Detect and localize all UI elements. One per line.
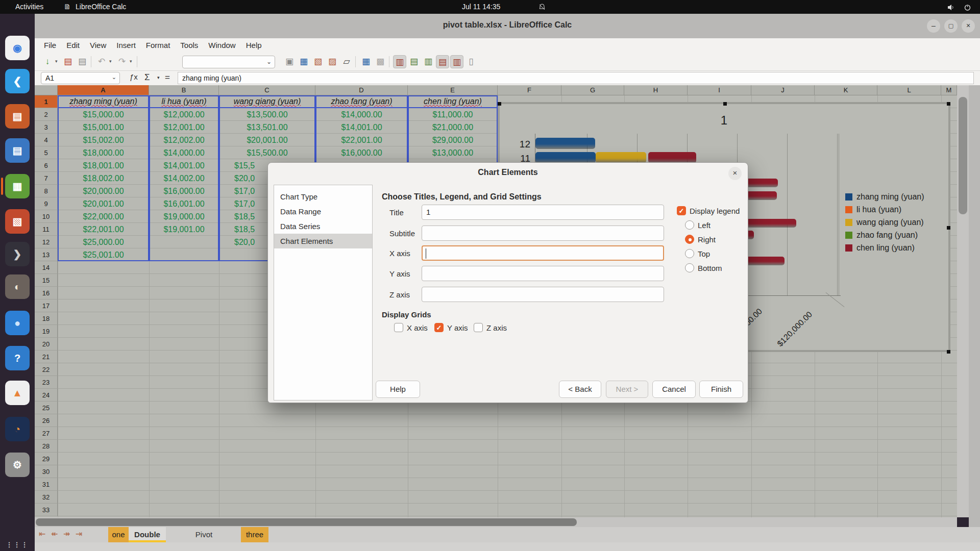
cell-header[interactable]: chen ling (yuan) [408, 95, 498, 108]
equals-icon[interactable]: = [165, 72, 170, 83]
cell-value[interactable]: $20,000.00 [58, 185, 149, 197]
cell-value[interactable]: $13,501.00 [219, 121, 315, 134]
chevron-down-icon[interactable]: ▾ [55, 59, 58, 64]
menu-insert[interactable]: Insert [111, 38, 141, 52]
toolbar-legend-on-off-icon[interactable]: ▥ [450, 55, 463, 68]
dock-terminal-icon[interactable]: ❯ [5, 242, 30, 266]
row-header-4[interactable]: 4 [35, 134, 58, 146]
toolbar-chart-area-icon[interactable]: ▩ [374, 55, 387, 68]
toolbar-export-pdf-icon[interactable]: ▤ [61, 55, 75, 68]
cell-value[interactable]: $12,002.00 [149, 134, 219, 146]
maximize-button[interactable]: ▢ [944, 19, 958, 33]
toolbar-chart-type-icon[interactable]: ▦ [297, 55, 310, 68]
row-header-26[interactable]: 26 [35, 414, 58, 427]
next-button[interactable]: Next > [606, 381, 648, 398]
dock-vscode-icon[interactable]: ❮ [5, 69, 30, 93]
legend-position-radio-right[interactable] [685, 235, 694, 244]
selection-handle[interactable] [947, 350, 950, 354]
minimize-button[interactable]: – [927, 19, 940, 33]
row-header-8[interactable]: 8 [35, 185, 58, 197]
row-header-33[interactable]: 33 [35, 504, 58, 516]
menu-tools[interactable]: Tools [175, 38, 203, 52]
column-header-D[interactable]: D [315, 85, 408, 95]
cell-value[interactable]: $19,001.00 [149, 223, 219, 236]
toolbar-3d-view-icon[interactable]: ▱ [340, 55, 353, 68]
row-header-28[interactable]: 28 [35, 440, 58, 453]
previous-sheet-icon[interactable]: ↞ [51, 529, 58, 539]
back-button[interactable]: < Back [559, 381, 601, 398]
input-subtitle[interactable] [422, 226, 664, 241]
column-header-F[interactable]: F [498, 85, 561, 95]
row-header-12[interactable]: 12 [35, 236, 58, 248]
dock-text-editor-icon[interactable]: ▤ [5, 104, 30, 129]
cell-value[interactable]: $12,000.00 [149, 108, 219, 121]
cell-value[interactable]: $14,001.00 [315, 121, 408, 134]
legend-position-radio-bottom[interactable] [685, 263, 694, 272]
cell-value[interactable]: $13,500.00 [219, 108, 315, 121]
wizard-step-data-range[interactable]: Data Range [274, 204, 372, 219]
toolbar-vertical-grids-icon[interactable]: ▥ [393, 55, 406, 68]
cell-value[interactable]: $18,000.00 [58, 146, 149, 159]
chevron-down-icon[interactable]: ▾ [109, 59, 112, 64]
row-header-17[interactable]: 17 [35, 299, 58, 312]
column-header-E[interactable]: E [408, 85, 498, 95]
legend-position-radio-left[interactable] [685, 220, 694, 230]
row-header-25[interactable]: 25 [35, 402, 58, 414]
cell-value[interactable]: $21,000.00 [408, 121, 498, 134]
row-header-27[interactable]: 27 [35, 427, 58, 440]
cell-header[interactable]: li hua (yuan) [149, 95, 219, 108]
row-header-3[interactable]: 3 [35, 121, 58, 134]
sheet-tab-double[interactable]: Double [129, 527, 166, 542]
column-header-L[interactable]: L [877, 85, 941, 95]
horizontal-scrollbar[interactable] [35, 517, 957, 527]
cell-value[interactable]: $14,000.00 [315, 108, 408, 121]
column-header-J[interactable]: J [751, 85, 815, 95]
vertical-scrollbar[interactable] [957, 85, 969, 517]
first-sheet-icon[interactable]: ⇤ [39, 529, 45, 539]
row-header-11[interactable]: 11 [35, 223, 58, 236]
cell-value[interactable]: $15,000.00 [58, 108, 149, 121]
toolbar-format-selection-icon[interactable]: ▣ [283, 55, 296, 68]
dock-impress-icon[interactable]: ▧ [5, 209, 30, 234]
selection-handle[interactable] [947, 102, 950, 106]
column-header-K[interactable]: K [815, 85, 877, 95]
function-wizard-icon[interactable]: ƒx [130, 72, 138, 81]
input-y-axis[interactable] [422, 266, 664, 281]
dialog-close-icon[interactable]: × [728, 167, 742, 180]
menu-format[interactable]: Format [141, 38, 176, 52]
wizard-step-chart-type[interactable]: Chart Type [274, 189, 372, 204]
column-header-A[interactable]: A [58, 85, 149, 95]
row-header-6[interactable]: 6 [35, 159, 58, 172]
cell-value[interactable]: $15,001.00 [58, 121, 149, 134]
input-title[interactable]: 1 [422, 205, 664, 220]
toolbar-data-in-columns-icon[interactable]: ▥ [422, 55, 435, 68]
column-header-B[interactable]: B [149, 85, 219, 95]
cell-value[interactable]: $29,000.00 [408, 134, 498, 146]
clock[interactable]: Jul 11 14:35 [462, 0, 500, 14]
sheet-tab-pivot-table-double-1[interactable]: Pivot Table_Double_1 [167, 527, 241, 542]
row-header-23[interactable]: 23 [35, 376, 58, 389]
toolbar-horizontal-grids-icon[interactable]: ▤ [436, 55, 449, 68]
cell-value[interactable]: $13,000.00 [408, 146, 498, 159]
menu-help[interactable]: Help [241, 38, 267, 52]
row-header-32[interactable]: 32 [35, 491, 58, 504]
cancel-button[interactable]: Cancel [652, 381, 696, 398]
toolbar-print-icon[interactable]: ▤ [76, 55, 89, 68]
sum-icon[interactable]: Σ [144, 72, 150, 83]
formula-input[interactable]: zhang ming (yuan) [178, 72, 974, 84]
row-header-5[interactable]: 5 [35, 146, 58, 159]
input-z-axis[interactable] [422, 287, 664, 302]
row-header-31[interactable]: 31 [35, 478, 58, 491]
row-header-1[interactable]: 1 [35, 95, 58, 108]
column-header-M[interactable]: M [941, 85, 957, 95]
toolbar-data-ranges-icon[interactable]: ▧ [311, 55, 325, 68]
chevron-down-icon[interactable]: ▾ [130, 59, 132, 64]
topbar-app-name[interactable]: LibreOffice Calc [76, 0, 126, 14]
vertical-scrollbar-thumb[interactable] [959, 97, 967, 214]
cell-header[interactable]: zhao fang (yuan) [315, 95, 408, 108]
cell-value[interactable]: $18,001.00 [58, 159, 149, 172]
dock-settings-icon[interactable]: ⚙ [5, 453, 30, 477]
cell-header[interactable]: wang qiang (yuan) [219, 95, 315, 108]
row-header-22[interactable]: 22 [35, 363, 58, 376]
display-legend-checkbox[interactable]: ✓ [677, 206, 686, 215]
